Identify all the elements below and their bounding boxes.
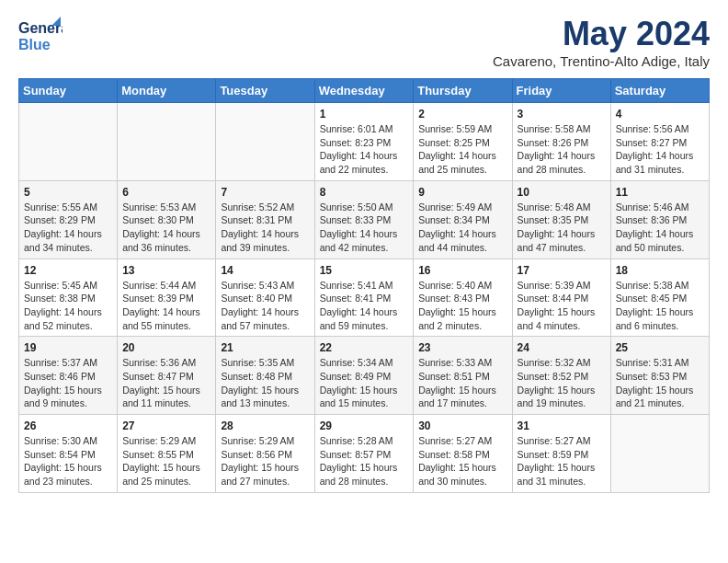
day-number: 20 [122,341,210,354]
day-number: 10 [518,186,606,199]
table-row [118,103,216,181]
table-row: 3Sunrise: 5:58 AMSunset: 8:26 PMDaylight… [512,103,610,181]
day-info: Sunrise: 5:32 AMSunset: 8:52 PMDaylight:… [518,356,606,410]
day-info: Sunrise: 5:55 AMSunset: 8:29 PMDaylight:… [24,201,112,255]
day-number: 11 [616,186,704,199]
calendar-week-row: 19Sunrise: 5:37 AMSunset: 8:46 PMDayligh… [19,337,710,415]
day-number: 25 [616,341,704,354]
day-info: Sunrise: 5:27 AMSunset: 8:59 PMDaylight:… [518,434,606,488]
col-sunday: Sunday [19,79,118,103]
day-info: Sunrise: 5:36 AMSunset: 8:47 PMDaylight:… [122,356,210,410]
day-number: 4 [616,108,704,121]
day-info: Sunrise: 5:27 AMSunset: 8:58 PMDaylight:… [418,434,506,488]
day-number: 19 [24,341,112,354]
day-number: 14 [221,264,309,277]
day-info: Sunrise: 5:43 AMSunset: 8:40 PMDaylight:… [221,279,309,333]
day-number: 13 [122,264,210,277]
day-number: 2 [418,108,506,121]
day-info: Sunrise: 5:49 AMSunset: 8:34 PMDaylight:… [418,201,506,255]
table-row: 25Sunrise: 5:31 AMSunset: 8:53 PMDayligh… [610,337,709,415]
table-row: 15Sunrise: 5:41 AMSunset: 8:41 PMDayligh… [314,259,414,337]
calendar-header-row: Sunday Monday Tuesday Wednesday Thursday… [19,79,710,103]
day-number: 28 [221,419,309,432]
day-info: Sunrise: 5:56 AMSunset: 8:27 PMDaylight:… [616,122,704,177]
table-row: 28Sunrise: 5:29 AMSunset: 8:56 PMDayligh… [216,415,314,493]
col-wednesday: Wednesday [314,79,414,103]
day-info: Sunrise: 5:30 AMSunset: 8:54 PMDaylight:… [24,434,112,488]
day-info: Sunrise: 5:41 AMSunset: 8:41 PMDaylight:… [320,279,409,333]
title-block: May 2024 Cavareno, Trentino-Alto Adige, … [493,15,710,69]
header: General Blue May 2024 Cavareno, Trentino… [18,15,710,69]
day-info: Sunrise: 5:46 AMSunset: 8:36 PMDaylight:… [616,201,704,255]
day-info: Sunrise: 5:52 AMSunset: 8:31 PMDaylight:… [221,201,309,255]
table-row: 23Sunrise: 5:33 AMSunset: 8:51 PMDayligh… [414,337,512,415]
table-row: 26Sunrise: 5:30 AMSunset: 8:54 PMDayligh… [19,415,118,493]
day-number: 24 [518,341,606,354]
table-row: 11Sunrise: 5:46 AMSunset: 8:36 PMDayligh… [610,180,709,259]
day-info: Sunrise: 5:29 AMSunset: 8:56 PMDaylight:… [221,434,309,488]
table-row: 18Sunrise: 5:38 AMSunset: 8:45 PMDayligh… [610,259,709,337]
day-info: Sunrise: 5:35 AMSunset: 8:48 PMDaylight:… [221,356,309,410]
calendar-week-row: 5Sunrise: 5:55 AMSunset: 8:29 PMDaylight… [19,180,710,259]
day-number: 3 [518,108,606,121]
day-number: 27 [122,419,210,432]
table-row: 8Sunrise: 5:50 AMSunset: 8:33 PMDaylight… [314,180,414,259]
table-row: 16Sunrise: 5:40 AMSunset: 8:43 PMDayligh… [414,259,512,337]
day-info: Sunrise: 5:39 AMSunset: 8:44 PMDaylight:… [518,279,606,333]
day-info: Sunrise: 5:37 AMSunset: 8:46 PMDaylight:… [24,356,112,410]
table-row: 20Sunrise: 5:36 AMSunset: 8:47 PMDayligh… [118,337,216,415]
day-info: Sunrise: 5:45 AMSunset: 8:38 PMDaylight:… [24,279,112,333]
day-info: Sunrise: 5:40 AMSunset: 8:43 PMDaylight:… [418,279,506,333]
day-number: 7 [221,186,309,199]
day-number: 31 [518,419,606,432]
day-number: 22 [320,341,409,354]
table-row: 19Sunrise: 5:37 AMSunset: 8:46 PMDayligh… [19,337,118,415]
day-info: Sunrise: 6:01 AMSunset: 8:23 PMDaylight:… [320,122,409,177]
table-row: 24Sunrise: 5:32 AMSunset: 8:52 PMDayligh… [512,337,610,415]
day-info: Sunrise: 5:44 AMSunset: 8:39 PMDaylight:… [122,279,210,333]
table-row: 5Sunrise: 5:55 AMSunset: 8:29 PMDaylight… [19,180,118,259]
day-info: Sunrise: 5:50 AMSunset: 8:33 PMDaylight:… [320,201,409,255]
day-info: Sunrise: 5:58 AMSunset: 8:26 PMDaylight:… [518,122,606,177]
col-saturday: Saturday [610,79,709,103]
calendar-week-row: 26Sunrise: 5:30 AMSunset: 8:54 PMDayligh… [19,415,710,493]
day-info: Sunrise: 5:33 AMSunset: 8:51 PMDaylight:… [418,356,506,410]
page: General Blue May 2024 Cavareno, Trentino… [0,0,728,508]
table-row: 17Sunrise: 5:39 AMSunset: 8:44 PMDayligh… [512,259,610,337]
day-info: Sunrise: 5:59 AMSunset: 8:25 PMDaylight:… [418,122,506,177]
calendar-week-row: 1Sunrise: 6:01 AMSunset: 8:23 PMDaylight… [19,103,710,181]
table-row: 6Sunrise: 5:53 AMSunset: 8:30 PMDaylight… [118,180,216,259]
col-thursday: Thursday [414,79,512,103]
day-info: Sunrise: 5:31 AMSunset: 8:53 PMDaylight:… [616,356,704,410]
table-row [216,103,314,181]
day-info: Sunrise: 5:29 AMSunset: 8:55 PMDaylight:… [122,434,210,488]
day-info: Sunrise: 5:48 AMSunset: 8:35 PMDaylight:… [518,201,606,255]
day-number: 15 [320,264,409,277]
table-row [19,103,118,181]
table-row: 9Sunrise: 5:49 AMSunset: 8:34 PMDaylight… [414,180,512,259]
logo-icon: General Blue [18,15,63,55]
day-number: 9 [418,186,506,199]
col-monday: Monday [118,79,216,103]
table-row: 2Sunrise: 5:59 AMSunset: 8:25 PMDaylight… [414,103,512,181]
day-number: 17 [518,264,606,277]
table-row: 4Sunrise: 5:56 AMSunset: 8:27 PMDaylight… [610,103,709,181]
table-row: 1Sunrise: 6:01 AMSunset: 8:23 PMDaylight… [314,103,414,181]
calendar-week-row: 12Sunrise: 5:45 AMSunset: 8:38 PMDayligh… [19,259,710,337]
table-row: 12Sunrise: 5:45 AMSunset: 8:38 PMDayligh… [19,259,118,337]
table-row: 13Sunrise: 5:44 AMSunset: 8:39 PMDayligh… [118,259,216,337]
day-number: 1 [320,108,409,121]
day-number: 16 [418,264,506,277]
table-row: 10Sunrise: 5:48 AMSunset: 8:35 PMDayligh… [512,180,610,259]
table-row: 22Sunrise: 5:34 AMSunset: 8:49 PMDayligh… [314,337,414,415]
table-row: 14Sunrise: 5:43 AMSunset: 8:40 PMDayligh… [216,259,314,337]
table-row [610,415,709,493]
table-row: 29Sunrise: 5:28 AMSunset: 8:57 PMDayligh… [314,415,414,493]
table-row: 31Sunrise: 5:27 AMSunset: 8:59 PMDayligh… [512,415,610,493]
day-number: 29 [320,419,409,432]
table-row: 27Sunrise: 5:29 AMSunset: 8:55 PMDayligh… [118,415,216,493]
day-number: 21 [221,341,309,354]
month-title: May 2024 [493,15,710,53]
day-info: Sunrise: 5:38 AMSunset: 8:45 PMDaylight:… [616,279,704,333]
day-number: 12 [24,264,112,277]
